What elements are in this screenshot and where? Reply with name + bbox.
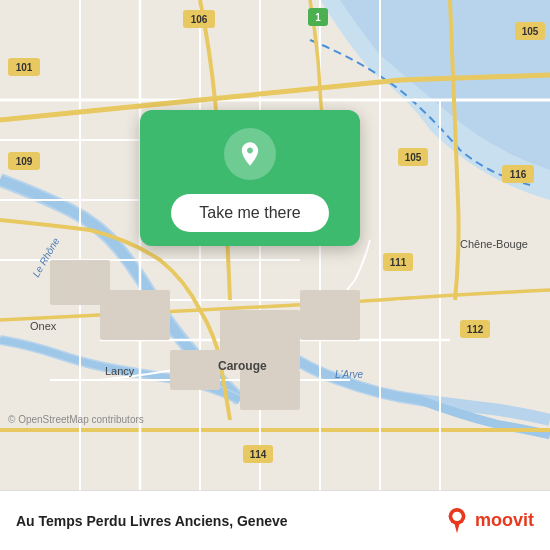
place-info: Au Temps Perdu Livres Anciens, Geneve xyxy=(16,513,288,529)
svg-text:L'Arve: L'Arve xyxy=(335,369,363,380)
svg-text:101: 101 xyxy=(16,62,33,73)
svg-rect-17 xyxy=(100,290,170,340)
svg-text:Onex: Onex xyxy=(30,320,57,332)
svg-text:1: 1 xyxy=(315,12,321,23)
moovit-logo: moovit xyxy=(443,507,534,535)
moovit-brand-text: moovit xyxy=(475,510,534,531)
svg-text:109: 109 xyxy=(16,156,33,167)
svg-text:105: 105 xyxy=(522,26,539,37)
pin-icon-wrapper xyxy=(224,128,276,180)
svg-text:Chêne-Bouge: Chêne-Bouge xyxy=(460,238,528,250)
svg-text:Lancy: Lancy xyxy=(105,365,135,377)
location-card: Take me there xyxy=(140,110,360,246)
svg-rect-18 xyxy=(300,290,360,340)
svg-rect-20 xyxy=(240,370,300,410)
bottom-bar: Au Temps Perdu Livres Anciens, Geneve mo… xyxy=(0,490,550,550)
svg-text:111: 111 xyxy=(390,257,407,268)
svg-rect-21 xyxy=(50,260,110,305)
svg-rect-19 xyxy=(170,350,220,390)
svg-text:114: 114 xyxy=(250,449,267,460)
location-pin-icon xyxy=(236,140,264,168)
svg-text:105: 105 xyxy=(405,152,422,163)
svg-text:106: 106 xyxy=(191,14,208,25)
map-container: 101 106 1 105 109 105 116 111 112 114 Le… xyxy=(0,0,550,490)
svg-text:Carouge: Carouge xyxy=(218,359,267,373)
svg-point-49 xyxy=(452,511,461,520)
moovit-pin-icon xyxy=(443,507,471,535)
place-name: Au Temps Perdu Livres Anciens, Geneve xyxy=(16,513,288,529)
copyright-notice: © OpenStreetMap contributors xyxy=(8,414,144,425)
take-me-there-button[interactable]: Take me there xyxy=(171,194,328,232)
svg-text:116: 116 xyxy=(510,169,527,180)
svg-text:112: 112 xyxy=(467,324,484,335)
